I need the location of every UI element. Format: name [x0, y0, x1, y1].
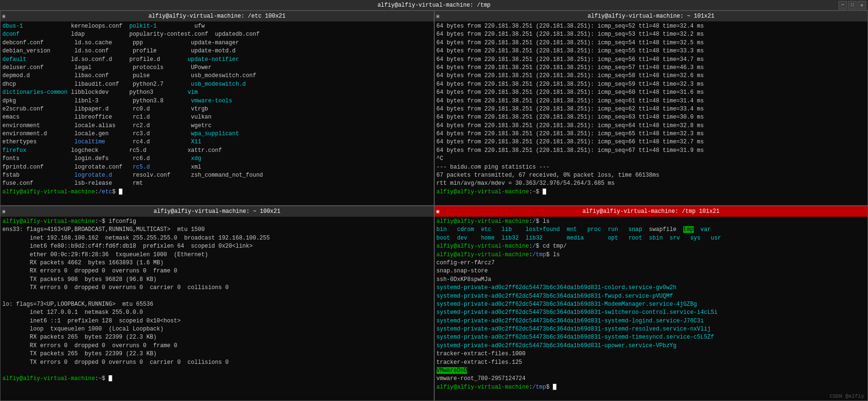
- minimize-button[interactable]: ─: [838, 1, 847, 10]
- pane-bottom-left: ▣ alfiy@alfiy-virtual-machine: ~ 100x21 …: [0, 206, 434, 401]
- window-controls[interactable]: ─ □ ✕: [838, 0, 866, 10]
- pane-top-right: ▣ alfiy@alfiy-virtual-machine: ~ 101x21 …: [434, 10, 868, 206]
- pane-top-left-title: alfiy@alfiy-virtual-machine: /etc 100x21: [149, 13, 286, 20]
- pane-top-right-content[interactable]: 64 bytes from 220.181.38.251 (220.181.38…: [435, 21, 868, 205]
- pane-top-left-content[interactable]: dbus-1 kerneloops.conf polkit-1 ufw dcon…: [0, 21, 434, 205]
- close-button[interactable]: ✕: [858, 1, 866, 10]
- pane-top-right-titlebar: ▣ alfiy@alfiy-virtual-machine: ~ 101x21: [435, 11, 868, 21]
- terminal-grid: ▣ alfiy@alfiy-virtual-machine: /etc 100x…: [0, 10, 868, 401]
- pane-bottom-right-icon: ▣: [437, 209, 439, 214]
- pane-top-left-titlebar: ▣ alfiy@alfiy-virtual-machine: /etc 100x…: [0, 11, 434, 21]
- pane-bottom-right-titlebar: ▣ alfiy@alfiy-virtual-machine: /tmp 101x…: [435, 206, 868, 217]
- pane-top-right-title: alfiy@alfiy-virtual-machine: ~ 101x21: [588, 13, 714, 20]
- maximize-button[interactable]: □: [848, 1, 857, 10]
- pane-bottom-right-content[interactable]: alfiy@alfiy-virtual-machine:/$ ls bin cd…: [435, 217, 868, 401]
- pane-top-left-icon: ▣: [2, 13, 5, 19]
- pane-bottom-right: ▣ alfiy@alfiy-virtual-machine: /tmp 101x…: [434, 206, 868, 401]
- pane-top-right-icon: ▣: [437, 13, 439, 19]
- watermark: CSDN @alfiy: [829, 393, 864, 399]
- pane-bottom-right-title: alfiy@alfiy-virtual-machine: /tmp 101x21: [582, 208, 719, 215]
- main-title: alfiy@alfiy-virtual-machine: /tmp: [378, 2, 491, 9]
- pane-bottom-left-titlebar: ▣ alfiy@alfiy-virtual-machine: ~ 100x21: [0, 206, 434, 217]
- pane-top-left: ▣ alfiy@alfiy-virtual-machine: /etc 100x…: [0, 10, 434, 206]
- pane-bottom-left-icon: ▣: [2, 209, 5, 214]
- pane-bottom-left-title: alfiy@alfiy-virtual-machine: ~ 100x21: [154, 208, 280, 215]
- main-title-bar: alfiy@alfiy-virtual-machine: /tmp ─ □ ✕: [0, 0, 868, 10]
- pane-bottom-left-content[interactable]: alfiy@alfiy-virtual-machine:~$ ifconfig …: [0, 217, 434, 401]
